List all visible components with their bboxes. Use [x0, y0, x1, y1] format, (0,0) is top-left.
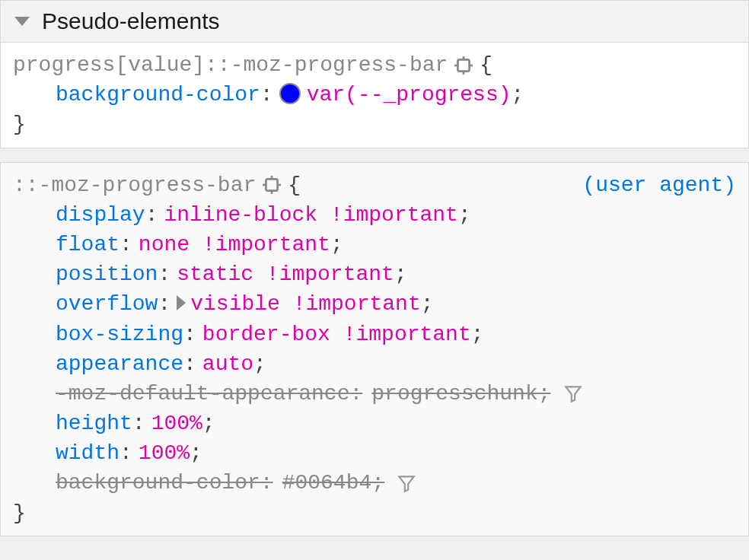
css-property[interactable]: -moz-default-appearance	[56, 382, 349, 406]
svg-rect-0	[458, 59, 470, 71]
spacer	[0, 148, 749, 162]
css-rule-block-user-agent: ::-moz-progress-bar { (user agent) displ…	[0, 162, 749, 536]
css-declaration[interactable]: appearance: auto;	[56, 349, 736, 379]
css-property[interactable]: width	[56, 438, 120, 468]
filter-icon[interactable]	[563, 383, 583, 403]
css-property[interactable]: background-color	[56, 80, 260, 110]
css-declaration[interactable]: background-color: var(--_progress);	[56, 80, 736, 110]
colon: :	[120, 438, 132, 468]
css-declaration[interactable]: display: inline-block !important;	[56, 200, 736, 230]
css-declaration-overridden[interactable]: -moz-default-appearance:progresschunk;	[56, 379, 736, 409]
open-brace: {	[480, 50, 492, 80]
css-value[interactable]: static !important	[177, 259, 394, 289]
colon: :	[183, 349, 196, 379]
css-selector[interactable]: progress[value]::-moz-progress-bar	[13, 50, 448, 80]
highlight-element-icon[interactable]	[454, 56, 473, 75]
colon: :	[158, 289, 171, 319]
css-value[interactable]: #0064b4	[282, 471, 372, 495]
css-value[interactable]: none !important	[139, 230, 330, 259]
css-property[interactable]: display	[56, 200, 145, 230]
overridden-declaration: -moz-default-appearance:progresschunk;	[56, 379, 551, 409]
css-rule-block: progress[value]::-moz-progress-bar { bac…	[0, 43, 749, 148]
css-value[interactable]: 100%	[151, 409, 202, 438]
css-value[interactable]: 100%	[139, 438, 190, 468]
selector-line: progress[value]::-moz-progress-bar {	[13, 50, 736, 80]
semicolon: ;	[371, 471, 384, 495]
colon: :	[183, 320, 196, 349]
css-property[interactable]: box-sizing	[56, 320, 183, 349]
colon: :	[132, 409, 145, 438]
colon: :	[158, 259, 171, 289]
semicolon: ;	[202, 409, 215, 438]
semicolon: ;	[190, 438, 202, 468]
css-declaration-overridden[interactable]: background-color:#0064b4;	[56, 468, 736, 498]
stylesheet-source-link[interactable]: (user agent)	[582, 170, 736, 200]
css-declaration[interactable]: overflow: visible !important;	[56, 289, 736, 319]
section-title: Pseudo-elements	[42, 5, 219, 37]
css-value[interactable]: auto	[202, 349, 253, 379]
section-header-pseudo-elements[interactable]: Pseudo-elements	[0, 0, 749, 43]
semicolon: ;	[394, 259, 407, 289]
semicolon: ;	[538, 382, 551, 406]
css-declaration[interactable]: box-sizing: border-box !important;	[56, 320, 736, 349]
colon: :	[349, 382, 362, 406]
semicolon: ;	[330, 230, 343, 259]
css-property[interactable]: position	[56, 259, 158, 289]
selector-line: ::-moz-progress-bar { (user agent)	[13, 170, 736, 200]
disclosure-triangle-icon[interactable]	[14, 17, 30, 26]
colon: :	[260, 471, 273, 495]
close-brace: }	[13, 110, 736, 139]
css-property[interactable]: background-color	[56, 471, 260, 495]
css-selector[interactable]: ::-moz-progress-bar	[13, 170, 256, 200]
css-value[interactable]: visible !important	[190, 289, 420, 319]
css-rules-panel: Pseudo-elements progress[value]::-moz-pr…	[0, 0, 749, 536]
css-declaration[interactable]: width: 100%;	[56, 438, 736, 468]
css-property[interactable]: appearance	[56, 349, 183, 379]
css-value[interactable]: var(--_progress)	[307, 80, 512, 110]
css-property[interactable]: overflow	[56, 289, 158, 319]
css-value[interactable]: border-box !important	[202, 320, 471, 349]
css-property[interactable]: float	[56, 230, 120, 259]
close-brace: }	[13, 498, 736, 528]
css-property[interactable]: height	[56, 409, 132, 438]
css-declaration[interactable]: float: none !important;	[56, 230, 736, 259]
semicolon: ;	[253, 349, 266, 379]
colon: :	[260, 80, 273, 110]
colon: :	[120, 230, 132, 259]
semicolon: ;	[421, 289, 434, 319]
overridden-declaration: background-color:#0064b4;	[56, 468, 384, 498]
css-value[interactable]: inline-block !important	[164, 200, 457, 230]
color-swatch-icon[interactable]	[279, 83, 301, 104]
colon: :	[145, 200, 158, 230]
filter-icon[interactable]	[397, 473, 416, 493]
css-declaration[interactable]: position: static !important;	[56, 259, 736, 289]
svg-rect-5	[266, 180, 278, 191]
semicolon: ;	[458, 200, 471, 230]
open-brace: {	[288, 170, 301, 200]
shorthand-expand-icon[interactable]	[177, 295, 186, 310]
highlight-element-icon[interactable]	[262, 175, 282, 195]
css-declaration[interactable]: height: 100%;	[56, 409, 736, 438]
semicolon: ;	[471, 320, 484, 349]
semicolon: ;	[512, 80, 524, 110]
css-value[interactable]: progresschunk	[371, 382, 537, 406]
